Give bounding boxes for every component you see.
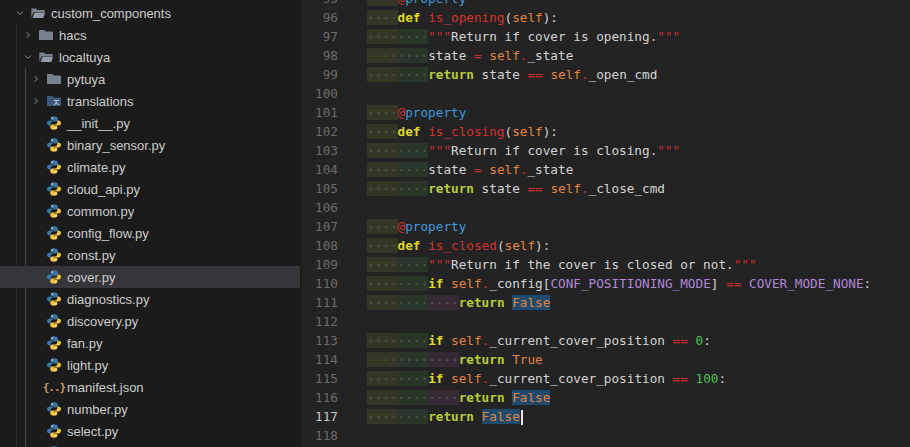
sidebar-item-number.py[interactable]: number.py [0, 398, 300, 420]
sidebar-item-diagnostics.py[interactable]: diagnostics.py [0, 288, 300, 310]
sidebar-item-label: config_flow.py [67, 226, 149, 241]
python-icon [46, 137, 62, 153]
folder-open-icon [30, 5, 46, 21]
code-line-102[interactable]: 102····def is_closing(self): [301, 122, 910, 141]
sidebar-item-label: climate.py [67, 160, 126, 175]
sidebar-item-config_flow.py[interactable]: config_flow.py [0, 222, 300, 244]
sidebar-item-label: pytuya [67, 72, 105, 87]
chevron-spacer [28, 313, 44, 329]
code-line-104[interactable]: 104········state = self._state [301, 160, 910, 179]
chevron-spacer [28, 181, 44, 197]
code-line-115[interactable]: 115········if self._current_cover_positi… [301, 369, 910, 388]
file-explorer: custom_componentshacslocaltuyapytuyatran… [0, 0, 300, 447]
json-icon: {..} [46, 379, 62, 395]
sidebar-item-cloud_api.py[interactable]: cloud_api.py [0, 178, 300, 200]
sidebar-item-common.py[interactable]: common.py [0, 200, 300, 222]
code-line-101[interactable]: 101····@property [301, 103, 910, 122]
python-icon [46, 247, 62, 263]
chevron-spacer [28, 137, 44, 153]
chevron-spacer [28, 357, 44, 373]
chevron-spacer [28, 291, 44, 307]
line-number: 97 [301, 27, 367, 46]
code-text: ········"""Return if the cover is closed… [367, 255, 910, 274]
code-line-105[interactable]: 105········return state == self._close_c… [301, 179, 910, 198]
folder-icon [38, 27, 54, 43]
code-line-117[interactable]: 117········return False [301, 407, 910, 426]
chevron-spacer [28, 225, 44, 241]
code-text: ····def is_closing(self): [367, 122, 910, 141]
code-text: ········state = self._state [367, 46, 910, 65]
code-line-103[interactable]: 103········"""Return if cover is closing… [301, 141, 910, 160]
sidebar-item-select.py[interactable]: select.py [0, 420, 300, 442]
code-line-97[interactable]: 97········"""Return if cover is opening.… [301, 27, 910, 46]
code-editor[interactable]: 95····@property96····def is_opening(self… [300, 0, 910, 447]
chevron-down-icon[interactable] [12, 5, 28, 21]
line-number: 118 [301, 426, 367, 445]
code-line-108[interactable]: 108····def is_closed(self): [301, 236, 910, 255]
line-number: 95 [301, 0, 367, 8]
code-line-113[interactable]: 113········if self._current_cover_positi… [301, 331, 910, 350]
sidebar-item-light.py[interactable]: light.py [0, 354, 300, 376]
chevron-right-icon[interactable] [28, 71, 44, 87]
code-text: ········if self._config[CONF_POSITIONING… [367, 274, 910, 293]
code-line-106[interactable]: 106 [301, 198, 910, 217]
code-line-96[interactable]: 96····def is_opening(self): [301, 8, 910, 27]
sidebar-item-manifest.json[interactable]: {..}manifest.json [0, 376, 300, 398]
sidebar-item-partial[interactable] [0, 442, 300, 447]
folder-icon [46, 71, 62, 87]
sidebar-item-__init__.py[interactable]: __init__.py [0, 112, 300, 134]
sidebar-item-pytuya[interactable]: pytuya [0, 68, 300, 90]
code-line-100[interactable]: 100 [301, 84, 910, 103]
sidebar-item-label: translations [67, 94, 133, 109]
sidebar-item-localtuya[interactable]: localtuya [0, 46, 300, 68]
sidebar-item-label: localtuya [59, 50, 110, 65]
sidebar-item-label: diagnostics.py [67, 292, 149, 307]
sidebar-item-custom_components[interactable]: custom_components [0, 2, 300, 24]
code-line-111[interactable]: 111············return False [301, 293, 910, 312]
chevron-down-icon[interactable] [20, 49, 36, 65]
code-text: ········return state == self._close_cmd [367, 179, 910, 198]
line-number: 104 [301, 160, 367, 179]
line-number: 100 [301, 84, 367, 103]
sidebar-item-label: common.py [67, 204, 134, 219]
code-line-118[interactable]: 118 [301, 426, 910, 445]
code-text: ········if self._current_cover_position … [367, 369, 910, 388]
code-text [367, 198, 910, 217]
code-line-116[interactable]: 116············return False [301, 388, 910, 407]
chevron-right-icon[interactable] [20, 27, 36, 43]
line-number: 116 [301, 388, 367, 407]
sidebar-item-binary_sensor.py[interactable]: binary_sensor.py [0, 134, 300, 156]
line-number: 110 [301, 274, 367, 293]
code-text: ········return state == self._open_cmd [367, 65, 910, 84]
code-line-95[interactable]: 95····@property [301, 0, 910, 8]
code-line-99[interactable]: 99········return state == self._open_cmd [301, 65, 910, 84]
line-number: 117 [301, 407, 367, 426]
code-line-107[interactable]: 107····@property [301, 217, 910, 236]
sidebar-item-translations[interactable]: translations [0, 90, 300, 112]
line-number: 115 [301, 369, 367, 388]
sidebar-item-hacs[interactable]: hacs [0, 24, 300, 46]
chevron-spacer [28, 269, 44, 285]
code-line-112[interactable]: 112 [301, 312, 910, 331]
code-line-98[interactable]: 98········state = self._state [301, 46, 910, 65]
code-line-109[interactable]: 109········"""Return if the cover is clo… [301, 255, 910, 274]
code-text: ····@property [367, 0, 910, 8]
line-number: 109 [301, 255, 367, 274]
sidebar-item-label: number.py [67, 402, 128, 417]
sidebar-item-climate.py[interactable]: climate.py [0, 156, 300, 178]
code-text: ············return True [367, 350, 910, 369]
sidebar-item-label: cover.py [67, 270, 115, 285]
chevron-right-icon[interactable] [28, 93, 44, 109]
chevron-spacer [28, 335, 44, 351]
code-line-114[interactable]: 114············return True [301, 350, 910, 369]
sidebar-item-fan.py[interactable]: fan.py [0, 332, 300, 354]
sidebar-item-discovery.py[interactable]: discovery.py [0, 310, 300, 332]
sidebar-item-label: manifest.json [67, 380, 144, 395]
sidebar-item-const.py[interactable]: const.py [0, 244, 300, 266]
sidebar-item-cover.py[interactable]: cover.py [0, 266, 300, 288]
python-icon [46, 181, 62, 197]
code-text: ····def is_opening(self): [367, 8, 910, 27]
code-text [367, 426, 910, 445]
code-line-110[interactable]: 110········if self._config[CONF_POSITION… [301, 274, 910, 293]
file-explorer-list: custom_componentshacslocaltuyapytuyatran… [0, 2, 300, 447]
